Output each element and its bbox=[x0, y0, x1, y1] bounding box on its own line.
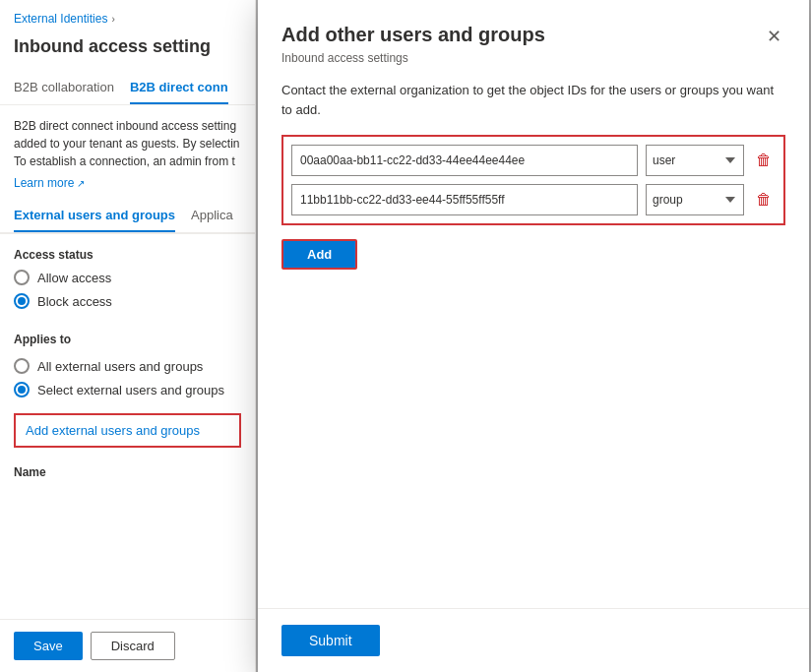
entry-row-2: user group 🗑 bbox=[291, 184, 776, 215]
radio-allow-access[interactable]: Allow access bbox=[14, 270, 241, 285]
tab-description: B2B direct connect inbound access settin… bbox=[0, 105, 255, 176]
radio-all-external[interactable]: All external users and groups bbox=[14, 358, 241, 374]
breadcrumb: External Identities › bbox=[0, 0, 255, 31]
name-column-label: Name bbox=[0, 456, 255, 483]
breadcrumb-chevron-icon: › bbox=[111, 14, 114, 25]
dialog-subtitle: Inbound access settings bbox=[258, 51, 809, 75]
applies-to-group: All external users and groups Select ext… bbox=[0, 354, 255, 405]
entry-row-1: user group 🗑 bbox=[291, 145, 776, 176]
entries-container: user group 🗑 user group 🗑 bbox=[258, 135, 809, 225]
dialog-header: Add other users and groups ✕ bbox=[258, 0, 809, 51]
dialog-overlay: Add other users and groups ✕ Inbound acc… bbox=[256, 0, 811, 672]
delete-entry-1-button[interactable]: 🗑 bbox=[752, 150, 776, 171]
access-status-group: Allow access Block access bbox=[0, 270, 255, 319]
radio-allow-icon bbox=[14, 270, 30, 285]
subtabs: External users and groups Applica bbox=[0, 200, 255, 234]
entry-type-select-1[interactable]: user group bbox=[646, 145, 744, 176]
submit-button[interactable]: Submit bbox=[281, 625, 380, 656]
entry-input-1[interactable] bbox=[291, 145, 638, 176]
delete-entry-2-button[interactable]: 🗑 bbox=[752, 189, 776, 211]
entry-type-select-2[interactable]: user group bbox=[646, 184, 744, 215]
radio-block-label: Block access bbox=[37, 294, 112, 309]
add-external-users-button[interactable]: Add external users and groups bbox=[14, 413, 241, 448]
learn-more-link[interactable]: Learn more ↗ bbox=[0, 176, 255, 200]
radio-select-external[interactable]: Select external users and groups bbox=[14, 382, 241, 397]
close-button[interactable]: ✕ bbox=[763, 26, 785, 47]
external-link-icon: ↗ bbox=[77, 178, 85, 189]
radio-all-label: All external users and groups bbox=[37, 359, 203, 374]
applies-to-label: Applies to bbox=[0, 319, 255, 354]
radio-allow-label: Allow access bbox=[37, 271, 111, 285]
subtab-applications[interactable]: Applica bbox=[191, 200, 233, 232]
footer-actions: Save Discard bbox=[0, 619, 255, 672]
left-panel: External Identities › Inbound access set… bbox=[0, 0, 256, 672]
entries-box: user group 🗑 user group 🗑 bbox=[281, 135, 785, 225]
add-external-users-label: Add external users and groups bbox=[26, 423, 200, 438]
add-users-dialog: Add other users and groups ✕ Inbound acc… bbox=[258, 0, 809, 672]
radio-all-icon bbox=[14, 358, 30, 374]
radio-block-icon bbox=[14, 293, 30, 309]
access-status-label: Access status bbox=[0, 234, 255, 270]
radio-block-access[interactable]: Block access bbox=[14, 293, 241, 309]
discard-button[interactable]: Discard bbox=[91, 632, 175, 660]
dialog-footer: Submit bbox=[258, 608, 809, 672]
radio-select-label: Select external users and groups bbox=[37, 383, 224, 397]
dialog-title: Add other users and groups bbox=[281, 24, 763, 46]
add-button-area: Add bbox=[258, 225, 809, 270]
add-entry-button[interactable]: Add bbox=[281, 239, 357, 270]
tab-b2b-collaboration[interactable]: B2B collaboration bbox=[14, 72, 114, 104]
breadcrumb-link[interactable]: External Identities bbox=[14, 12, 107, 26]
page-title: Inbound access setting bbox=[0, 31, 255, 72]
main-tabs: B2B collaboration B2B direct conn bbox=[0, 72, 255, 105]
save-button[interactable]: Save bbox=[14, 632, 83, 660]
subtab-external-users[interactable]: External users and groups bbox=[14, 200, 175, 232]
tab-b2b-direct[interactable]: B2B direct conn bbox=[130, 72, 228, 104]
dialog-description: Contact the external organization to get… bbox=[258, 75, 809, 135]
radio-select-icon bbox=[14, 382, 30, 397]
entry-input-2[interactable] bbox=[291, 184, 638, 215]
